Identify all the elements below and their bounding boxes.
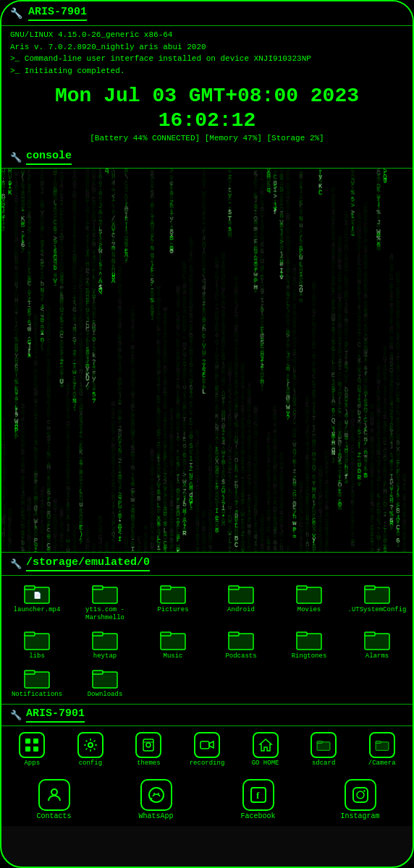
console-label: console	[26, 150, 72, 165]
whatsapp-item[interactable]: WhatsApp	[105, 776, 207, 823]
contacts-item[interactable]: Contacts	[3, 776, 105, 823]
folder-icon-heytap	[91, 628, 119, 651]
folder-icon-libs	[23, 628, 51, 651]
storage-wrench-icon: 🔧	[10, 558, 22, 570]
file-item-podcasts[interactable]: Podcasts	[207, 625, 275, 663]
dock-config-item[interactable]: config	[62, 729, 120, 770]
file-item-movies[interactable]: Movies	[275, 579, 343, 625]
folder-icon-yt1s	[91, 582, 119, 605]
svg-rect-4	[93, 586, 103, 590]
file-item-android[interactable]: Android	[207, 579, 275, 625]
file-label-utsystem: .UTSystemConfig	[347, 606, 406, 614]
dock-apps-item[interactable]: Apps	[3, 729, 62, 770]
system-info: GNU/LINUX 4.15.0-26_generic x86-64 Aris …	[1, 26, 413, 80]
file-label-android: Android	[227, 606, 255, 614]
file-item-downloads[interactable]: Downloads	[71, 663, 139, 702]
status-bar: [Battery 44% CONNECTED] [Memory 47%] [St…	[1, 132, 413, 145]
svg-point-44	[153, 793, 155, 794]
file-item-ringtones[interactable]: Ringtones	[275, 625, 343, 663]
svg-rect-20	[229, 632, 239, 636]
file-item-yt1s[interactable]: yt1s.com - Marshmello	[71, 579, 139, 625]
phone-frame: 🔧 ARIS-7901 GNU/LINUX 4.15.0-26_generic …	[0, 0, 414, 868]
clock-section: Mon Jul 03 GMT+08:00 2023 16:02:12 [Batt…	[1, 80, 413, 147]
svg-point-42	[51, 789, 57, 795]
svg-text:📄: 📄	[33, 591, 42, 600]
svg-rect-29	[25, 739, 30, 744]
svg-rect-48	[353, 788, 368, 802]
apps-label: Apps	[24, 760, 40, 767]
sys-line2: Aris v. 7.0.2.8920_nightly aris abui 202…	[10, 41, 404, 54]
storage-path: /storage/emulated/0	[26, 556, 150, 571]
instagram-label: Instagram	[340, 812, 379, 820]
folder-icon-podcasts	[227, 628, 255, 651]
svg-rect-24	[365, 632, 375, 636]
file-grid: 📄 launcher.mp4 yt1s.com - Marshmello	[1, 576, 413, 704]
facebook-label: Facebook	[240, 812, 275, 820]
folder-icon-pictures	[159, 582, 187, 605]
file-label-pictures: Pictures	[157, 606, 188, 614]
file-item-alarms[interactable]: Alarms	[343, 625, 411, 663]
sys-line1: GNU/LINUX 4.15.0-26_generic x86-64	[10, 29, 404, 41]
facebook-icon: f	[242, 779, 274, 811]
file-label-notifications: Notifications	[12, 691, 62, 699]
svg-rect-6	[161, 586, 171, 590]
file-item-heytap[interactable]: heytap	[71, 625, 139, 663]
contacts-label: Contacts	[36, 812, 71, 820]
clock-date: Mon Jul 03 GMT+08:00 2023	[1, 84, 413, 109]
camera-folder-icon	[369, 732, 395, 758]
gohome-icon	[253, 732, 279, 758]
instagram-item[interactable]: Instagram	[309, 776, 411, 823]
folder-icon-movies	[295, 582, 323, 605]
svg-rect-10	[297, 586, 307, 590]
dock-recording-item[interactable]: recording	[178, 729, 237, 770]
contacts-icon	[38, 779, 70, 811]
svg-point-49	[357, 791, 364, 799]
dock-themes-item[interactable]: themes	[119, 729, 178, 770]
folder-icon-utsystem	[363, 582, 391, 605]
file-item-utsystem[interactable]: .UTSystemConfig	[343, 579, 411, 625]
sdcard-label: sdcard	[312, 760, 335, 767]
svg-point-33	[88, 743, 93, 747]
file-item-launcher[interactable]: 📄 launcher.mp4	[3, 579, 71, 625]
svg-rect-14	[25, 632, 35, 636]
recording-icon	[194, 732, 220, 758]
header-bar: 🔧 ARIS-7901	[1, 1, 413, 26]
file-label-libs: libs	[29, 652, 45, 660]
svg-rect-37	[200, 741, 209, 749]
folder-icon-downloads	[91, 666, 119, 689]
aris-dock-header: 🔧 ARIS-7901	[1, 704, 413, 726]
svg-rect-39	[317, 741, 322, 744]
svg-rect-16	[93, 632, 103, 636]
console-wrench-icon: 🔧	[10, 152, 22, 163]
themes-label: themes	[137, 760, 160, 767]
recording-label: recording	[190, 760, 225, 767]
svg-rect-30	[33, 739, 38, 744]
clock-time: 16:02:12	[1, 109, 413, 133]
sys-line4: >_ Initiating completed.	[10, 65, 404, 77]
instagram-icon	[345, 779, 376, 811]
apps-icon	[19, 732, 45, 758]
svg-rect-26	[25, 671, 35, 674]
svg-rect-1	[25, 586, 35, 590]
svg-rect-31	[25, 746, 30, 752]
dock-camera-item[interactable]: /Camera	[352, 729, 411, 770]
facebook-item[interactable]: f Facebook	[207, 776, 309, 823]
dock-gohome-item[interactable]: GO HOME	[236, 729, 295, 770]
svg-rect-12	[365, 586, 375, 590]
file-item-notifications[interactable]: Notifications	[3, 663, 71, 702]
svg-point-35	[146, 743, 151, 747]
file-item-libs[interactable]: libs	[3, 625, 71, 663]
themes-icon	[135, 732, 161, 758]
storage-header: 🔧 /storage/emulated/0	[1, 552, 413, 576]
file-item-music[interactable]: Music	[139, 625, 207, 663]
svg-rect-32	[33, 746, 38, 752]
file-item-pictures[interactable]: Pictures	[139, 579, 207, 625]
file-label-launcher: launcher.mp4	[14, 606, 61, 614]
file-label-music: Music	[163, 652, 182, 660]
file-label-alarms: Alarms	[366, 652, 389, 660]
svg-text:f: f	[256, 790, 260, 801]
svg-point-50	[363, 791, 365, 792]
dock-sdcard-item[interactable]: sdcard	[295, 729, 353, 770]
sys-line3: >_ Command-line user interface installed…	[10, 53, 404, 65]
folder-icon-ringtones	[295, 628, 323, 651]
